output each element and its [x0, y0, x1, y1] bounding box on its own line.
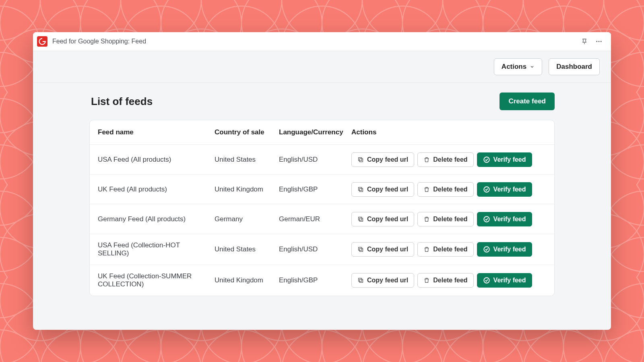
more-icon[interactable]: [594, 37, 604, 46]
titlebar: Feed for Google Shopping: Feed: [33, 32, 611, 51]
check-circle-icon: [483, 216, 490, 223]
delete-feed-button[interactable]: Delete feed: [417, 242, 473, 257]
delete-label: Delete feed: [433, 246, 467, 253]
cell-country: United States: [215, 156, 279, 164]
svg-point-9: [596, 41, 597, 42]
copy-label: Copy feed url: [367, 156, 408, 163]
copy-icon: [357, 246, 364, 253]
delete-feed-button[interactable]: Delete feed: [417, 273, 473, 288]
verify-label: Verify feed: [493, 186, 526, 193]
cell-country: United Kingdom: [215, 185, 279, 193]
copy-label: Copy feed url: [367, 277, 408, 284]
delete-feed-button[interactable]: Delete feed: [417, 182, 473, 197]
table-row: USA Feed (Collection-HOT SELLING)United …: [90, 234, 554, 265]
copy-icon: [357, 156, 364, 163]
svg-rect-16: [359, 187, 362, 190]
verify-label: Verify feed: [493, 277, 526, 284]
svg-rect-21: [359, 248, 363, 251]
toolbar: Actions Dashboard: [33, 51, 611, 83]
cell-lang: English/USD: [279, 245, 351, 253]
table-row: UK Feed (Collection-SUMMER COLLECTION)Un…: [90, 265, 554, 296]
actions-label: Actions: [502, 63, 526, 71]
svg-rect-19: [359, 217, 362, 220]
delete-label: Delete feed: [433, 156, 467, 163]
copy-icon: [357, 277, 364, 284]
copy-feed-url-button[interactable]: Copy feed url: [351, 182, 414, 197]
cell-feed-name: UK Feed (All products): [98, 185, 215, 193]
copy-feed-url-button[interactable]: Copy feed url: [351, 212, 414, 226]
cell-feed-name: USA Feed (Collection-HOT SELLING): [98, 241, 215, 257]
page-title: List of feeds: [91, 95, 153, 108]
check-circle-icon: [483, 246, 490, 253]
dashboard-button[interactable]: Dashboard: [549, 58, 600, 75]
cell-country: United Kingdom: [215, 276, 279, 284]
table-header: Feed name Country of sale Language/Curre…: [90, 120, 554, 145]
verify-label: Verify feed: [493, 216, 526, 223]
verify-label: Verify feed: [493, 156, 526, 163]
cell-lang: English/GBP: [279, 185, 351, 193]
svg-rect-15: [359, 188, 363, 191]
trash-icon: [423, 216, 430, 222]
copy-feed-url-button[interactable]: Copy feed url: [351, 152, 414, 167]
verify-feed-button[interactable]: Verify feed: [477, 242, 532, 257]
trash-icon: [423, 246, 430, 253]
svg-rect-13: [359, 157, 362, 160]
col-header-lang: Language/Currency: [279, 128, 351, 136]
feeds-table: Feed name Country of sale Language/Curre…: [89, 120, 555, 296]
app-title: Feed for Google Shopping: Feed: [52, 38, 146, 45]
copy-label: Copy feed url: [367, 186, 408, 193]
svg-point-11: [601, 41, 602, 42]
svg-rect-24: [359, 279, 363, 282]
verify-label: Verify feed: [493, 246, 526, 253]
cell-country: United States: [215, 245, 279, 253]
col-header-name: Feed name: [98, 128, 215, 136]
app-logo-icon: [37, 36, 47, 47]
trash-icon: [423, 277, 430, 284]
copy-label: Copy feed url: [367, 246, 408, 253]
trash-icon: [423, 156, 430, 163]
copy-feed-url-button[interactable]: Copy feed url: [351, 273, 414, 288]
svg-rect-12: [359, 158, 363, 162]
table-row: Germany Feed (All products)GermanyGerman…: [90, 204, 554, 234]
copy-feed-url-button[interactable]: Copy feed url: [351, 242, 414, 257]
verify-feed-button[interactable]: Verify feed: [477, 152, 532, 167]
page-header: List of feeds Create feed: [89, 93, 555, 110]
verify-feed-button[interactable]: Verify feed: [477, 273, 532, 288]
cell-feed-name: Germany Feed (All products): [98, 215, 215, 223]
app-window: Feed for Google Shopping: Feed Actions D…: [33, 32, 611, 330]
verify-feed-button[interactable]: Verify feed: [477, 182, 532, 197]
cell-lang: English/USD: [279, 156, 351, 164]
delete-feed-button[interactable]: Delete feed: [417, 152, 473, 167]
content-area: List of feeds Create feed Feed name Coun…: [33, 83, 611, 312]
svg-rect-25: [359, 278, 362, 282]
cell-country: Germany: [215, 215, 279, 223]
check-circle-icon: [483, 277, 490, 284]
dashboard-label: Dashboard: [556, 63, 592, 71]
check-circle-icon: [483, 156, 490, 163]
verify-feed-button[interactable]: Verify feed: [477, 212, 532, 226]
trash-icon: [423, 186, 430, 193]
cell-feed-name: UK Feed (Collection-SUMMER COLLECTION): [98, 272, 215, 288]
delete-label: Delete feed: [433, 216, 467, 223]
table-row: USA Feed (All products)United StatesEngl…: [90, 145, 554, 175]
col-header-actions: Actions: [351, 128, 546, 136]
create-feed-button[interactable]: Create feed: [500, 93, 555, 110]
delete-label: Delete feed: [433, 277, 467, 284]
copy-icon: [357, 216, 364, 222]
svg-point-10: [599, 41, 600, 42]
svg-rect-18: [359, 218, 363, 221]
actions-dropdown[interactable]: Actions: [494, 58, 542, 75]
check-circle-icon: [483, 186, 490, 193]
pin-icon[interactable]: [580, 37, 589, 46]
cell-feed-name: USA Feed (All products): [98, 156, 215, 164]
cell-lang: English/GBP: [279, 276, 351, 284]
table-row: UK Feed (All products)United KingdomEngl…: [90, 175, 554, 204]
col-header-country: Country of sale: [215, 128, 279, 136]
copy-icon: [357, 186, 364, 193]
delete-feed-button[interactable]: Delete feed: [417, 212, 473, 226]
delete-label: Delete feed: [433, 186, 467, 193]
chevron-down-icon: [530, 64, 535, 69]
copy-label: Copy feed url: [367, 216, 408, 223]
svg-rect-22: [359, 247, 362, 251]
cell-lang: German/EUR: [279, 215, 351, 223]
